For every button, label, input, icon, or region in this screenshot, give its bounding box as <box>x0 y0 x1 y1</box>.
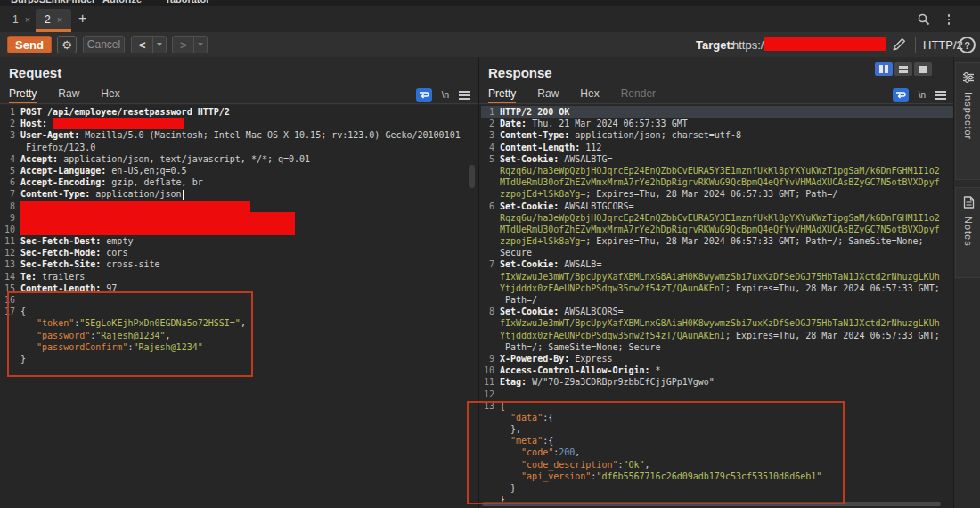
request-scrollbar-thumb[interactable] <box>469 165 475 188</box>
word-wrap-icon <box>419 91 429 100</box>
code-line: } <box>481 482 954 494</box>
code-line: Path=/; SameSite=None; Secure <box>481 341 954 353</box>
columns-layout-icon <box>879 65 883 73</box>
target-redaction <box>764 37 886 51</box>
tab-raw[interactable]: Raw <box>58 87 79 103</box>
code-line: Rqzq6u/ha3eWpQzbjHOJqrcEp24EnQZbbCvEURA5… <box>481 165 954 176</box>
hamburger-menu-icon[interactable] <box>459 91 470 93</box>
word-wrap-button[interactable] <box>416 88 432 102</box>
code-line: MTdUeRmU30ofZhEZvMmxMrmA7rYe2hDpRigrvRKW… <box>481 224 954 235</box>
tab-raw[interactable]: Raw <box>537 87 559 103</box>
code-line: MTdUeRmU30ofZhEZvMmxMrmA7rYe2hDpRigrvRKW… <box>481 176 954 188</box>
tab-hex[interactable]: Hex <box>101 87 119 103</box>
question-mark-icon: ? <box>964 40 970 51</box>
tab-render[interactable]: Render <box>621 87 656 103</box>
repeater-tab-1[interactable]: 1 × <box>4 9 39 29</box>
code-line: "code_description":"Ok", <box>481 459 954 471</box>
forward-button[interactable]: > <box>172 36 208 53</box>
redacted-content <box>53 118 184 129</box>
tab-hex[interactable]: Hex <box>580 87 599 103</box>
target-url-value: https:/ <box>732 38 764 52</box>
hamburger-menu-icon[interactable] <box>935 91 946 93</box>
redacted-content <box>20 201 250 212</box>
tab-label: 2 <box>45 13 51 26</box>
sidebar-tab-notes[interactable]: Notes <box>955 187 980 278</box>
text-cursor <box>183 190 184 200</box>
repeater-tab-2[interactable]: 2 × <box>36 9 71 32</box>
back-dropdown[interactable] <box>152 37 166 53</box>
code-line: 3Content-Type: application/json; charset… <box>481 129 954 141</box>
code-line: "api_version":"df6b5567716c26d09adb179c5… <box>481 471 954 482</box>
show-newlines-button[interactable]: \n <box>442 90 449 100</box>
notes-icon <box>963 196 975 209</box>
response-panel: Response Pretty Raw Hex Render \n 1HTTP/… <box>478 57 954 508</box>
single-layout-icon <box>919 66 927 73</box>
code-line: fIxWzwuJe3mWT/BpcUpyXafXBMLnxG8AiaH0K8wy… <box>481 317 954 329</box>
tab-label: 1 <box>12 13 19 26</box>
code-line: 17{ <box>2 306 478 317</box>
show-newlines-button[interactable]: \n <box>919 90 926 100</box>
tab-pretty[interactable]: Pretty <box>9 87 37 103</box>
code-line: 11Etag: W/"70-Z9a3CDRBpr9zbbEfCjjGPp1Vgw… <box>481 376 954 388</box>
code-line: 10Access-Control-Allow-Origin: * <box>481 365 954 376</box>
dropdown-arrow-icon <box>157 43 162 46</box>
code-line: 16 <box>2 294 478 306</box>
more-options-button[interactable] <box>941 12 957 28</box>
request-panel-title: Request <box>9 65 61 80</box>
code-line: "data":{ <box>481 412 954 423</box>
code-line: "meta":{ <box>481 435 954 447</box>
tab-pretty[interactable]: Pretty <box>488 87 516 103</box>
request-editor[interactable]: 1POST /api/employee/resetpassword HTTP/2… <box>0 105 478 508</box>
close-icon[interactable]: × <box>57 14 62 25</box>
extension-tab-linkfinder[interactable]: BurpJSLinkFinder <box>11 0 95 5</box>
code-line: 13Sec-Fetch-Site: cross-site <box>2 258 478 270</box>
columns-layout-button[interactable] <box>875 62 893 76</box>
code-line: Ytjdddx0zFAeUNPcbPSdqw35nw2f54zT/QAunAKE… <box>481 283 954 294</box>
search-button[interactable] <box>916 12 932 28</box>
inspector-icon <box>962 71 975 84</box>
code-line: Ytjdddx0zFAeUNPcbPSdqw35nw2f54zT/QAunAKE… <box>481 330 954 341</box>
response-editor[interactable]: 1HTTP/2 200 OK2Date: Thu, 21 Mar 2024 06… <box>479 105 954 508</box>
send-settings-button[interactable]: ⚙ <box>57 36 77 53</box>
rows-layout-button[interactable] <box>894 62 912 76</box>
request-view-tabs: Pretty Raw Hex <box>0 86 478 104</box>
code-line: Secure <box>481 247 954 258</box>
repeater-toolbar: Send ⚙ Cancel < > Target: https:/ HTTP/2… <box>0 32 980 58</box>
code-line: 1HTTP/2 200 OK <box>481 106 954 118</box>
send-button[interactable]: Send <box>7 36 52 53</box>
rows-layout-icon <box>899 66 908 69</box>
code-line: 2Host: <box>2 118 478 129</box>
extension-tab-taborator[interactable]: Taborator <box>165 0 210 5</box>
code-line: 12 <box>481 389 954 400</box>
extension-tab-autorize[interactable]: Autorize <box>102 0 142 5</box>
response-view-tabs: Pretty Raw Hex Render <box>479 86 954 104</box>
back-arrow-label: < <box>132 38 152 52</box>
forward-arrow-label: > <box>173 38 193 52</box>
right-sidebar: Inspector Notes <box>953 57 980 508</box>
add-tab-button[interactable]: + <box>78 11 86 27</box>
code-line: 6Accept-Encoding: gzip, deflate, br <box>2 176 478 188</box>
forward-dropdown[interactable] <box>193 37 207 53</box>
gear-icon: ⚙ <box>61 38 72 52</box>
http-version-label: HTTP/2 <box>923 38 963 52</box>
word-wrap-button[interactable] <box>893 88 909 102</box>
search-icon <box>918 13 930 26</box>
code-line: 8Set-Cookie: AWSALBCORS= <box>481 306 954 317</box>
back-button[interactable]: < <box>131 36 167 53</box>
single-layout-button[interactable] <box>914 62 932 76</box>
sidebar-label-notes: Notes <box>963 217 974 247</box>
redacted-content <box>20 212 295 224</box>
code-line: "code":200, <box>481 447 954 458</box>
code-line: fIxWzwuJe3mWT/BpcUpyXafXBMLnxG8AiaH0K8wy… <box>481 271 954 283</box>
edit-target-button[interactable] <box>891 36 907 52</box>
layout-toggle-group <box>875 62 932 76</box>
help-button[interactable]: ? <box>959 37 976 53</box>
sidebar-tab-inspector[interactable]: Inspector <box>955 62 980 180</box>
code-line: 15Content-Length: 97 <box>2 283 478 294</box>
close-icon[interactable]: × <box>25 14 30 25</box>
code-line: 9 <box>2 212 478 224</box>
code-line: 7Content-Type: application/json <box>2 188 478 200</box>
dropdown-arrow-icon <box>198 43 203 46</box>
cancel-button[interactable]: Cancel <box>83 36 125 53</box>
response-horizontal-scrollbar[interactable] <box>482 502 941 506</box>
